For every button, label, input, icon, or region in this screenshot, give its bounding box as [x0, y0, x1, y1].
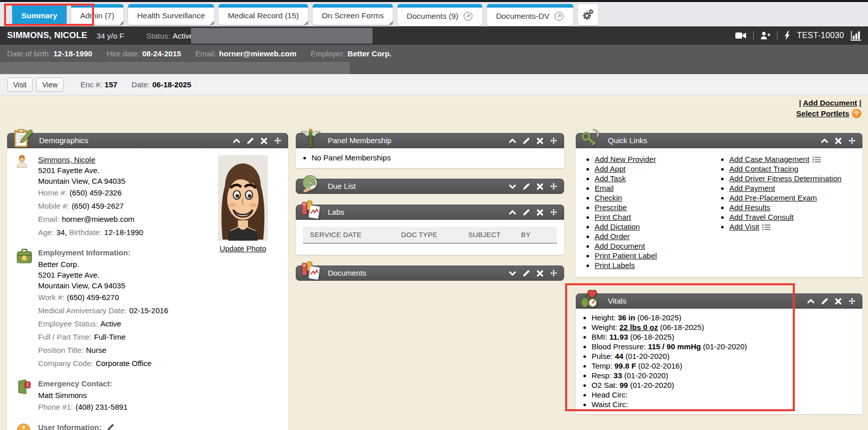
row-label: Home #: — [38, 188, 67, 197]
field-hire-date: Hire date:08-24-2015 — [107, 49, 181, 58]
quick-link-add-order[interactable]: Add Order — [595, 232, 630, 241]
quick-link-add-driver-fitness[interactable]: Add Driver Fitness Determination — [729, 174, 842, 183]
expand-chevron-down-icon[interactable] — [509, 270, 516, 277]
list-item: Add Payment — [729, 183, 859, 193]
portlet-title: Demographics — [39, 136, 88, 145]
video-camera-icon[interactable] — [735, 32, 747, 39]
tab-settings-button[interactable] — [578, 4, 598, 25]
visit-bar: Visit View Enc #:157 Date:06-18-2025 — [0, 74, 868, 95]
list-item: Add Results — [729, 203, 859, 212]
quick-link-add-task[interactable]: Add Task — [595, 174, 626, 183]
help-icon[interactable]: ? — [852, 109, 861, 118]
vital-value-link[interactable]: 22 lbs 0 oz — [619, 323, 658, 332]
collapse-chevron-up-icon[interactable] — [821, 137, 828, 145]
quick-link-print-patient-label[interactable]: Print Patient Label — [595, 251, 657, 260]
list-item: Prescribe — [595, 203, 714, 212]
list-icon[interactable] — [762, 224, 770, 230]
tab-on-screen-forms[interactable]: On Screen Forms — [313, 4, 393, 25]
quick-link-add-contact-tracing[interactable]: Add Contact Tracing — [729, 164, 798, 173]
open-in-new-window-icon[interactable] — [463, 11, 473, 21]
close-icon[interactable] — [536, 209, 544, 216]
tab-admin[interactable]: Admin (7) — [71, 4, 123, 25]
list-item: Add Order — [595, 231, 714, 241]
move-icon[interactable] — [848, 137, 856, 145]
quick-link-add-visit[interactable]: Add Visit — [729, 222, 759, 231]
quick-link-add-case-management[interactable]: Add Case Management — [729, 155, 810, 163]
quick-link-print-labels[interactable]: Print Labels — [595, 261, 635, 270]
emergency-contact-section: Emergency Contact: Matt Simmons Phone #1… — [7, 378, 288, 414]
quick-link-email[interactable]: Email — [595, 184, 614, 192]
documents-tubes-icon — [300, 260, 321, 281]
status-label: Status: — [146, 31, 170, 40]
close-icon[interactable] — [536, 270, 544, 277]
vital-label: Blood Pressure: — [592, 342, 646, 351]
quick-link-add-payment[interactable]: Add Payment — [729, 184, 775, 192]
quick-link-prescribe[interactable]: Prescribe — [595, 203, 627, 212]
age-birthdate-row: Age:34, Birthdate:12-18-1990 — [38, 226, 192, 239]
vital-resp: Resp: 33 (01-20-2020) — [592, 371, 862, 380]
move-icon[interactable] — [550, 137, 557, 145]
quick-link-checkin[interactable]: Checkin — [595, 193, 622, 202]
tab-medical-record[interactable]: Medical Record (15) — [219, 4, 308, 25]
quick-link-print-chart[interactable]: Print Chart — [595, 213, 631, 221]
collapse-chevron-up-icon[interactable] — [509, 209, 516, 216]
list-icon[interactable] — [813, 156, 821, 163]
view-button[interactable]: View — [36, 78, 64, 92]
close-icon[interactable] — [834, 137, 842, 145]
close-icon[interactable] — [536, 183, 544, 190]
lightning-icon[interactable] — [784, 31, 790, 40]
close-icon[interactable] — [834, 297, 842, 305]
select-portlets-link[interactable]: Select Portlets — [796, 109, 849, 118]
address-line1: 5201 Fayette Ave. — [38, 165, 192, 176]
collapse-chevron-up-icon[interactable] — [233, 137, 240, 145]
flowsheet-chart-icon[interactable] — [851, 31, 861, 41]
row-label: Position Title: — [38, 346, 83, 354]
edit-pencil-icon[interactable] — [522, 270, 530, 277]
emergency-phone-row: Phone #1:(408) 231-5891 — [38, 401, 192, 414]
quick-link-add-travel-consult[interactable]: Add Travel Consult — [729, 213, 794, 221]
row-value: Active — [101, 319, 121, 328]
patient-banner: SIMMONS, NICOLE 34 y/o F Status: Active … — [0, 26, 868, 74]
tab-health-surveillance[interactable]: Health Surveillance — [128, 4, 214, 25]
tab-documents-dv[interactable]: Documents-DV — [487, 4, 573, 26]
add-person-icon[interactable] — [760, 31, 770, 40]
move-icon[interactable] — [550, 183, 557, 190]
edit-pencil-icon[interactable] — [821, 297, 828, 305]
collapse-chevron-up-icon[interactable] — [509, 137, 516, 145]
edit-pencil-icon[interactable] — [522, 137, 530, 145]
panel-membership-body: No Panel Memberships — [296, 148, 564, 168]
clipboard-icon — [11, 127, 33, 149]
patient-name-link[interactable]: Simmons, Nicole — [38, 155, 96, 164]
tab-summary[interactable]: Summary — [12, 4, 67, 25]
portlet-demographics: Demographics Update Photo — [7, 133, 288, 430]
labs-col-doc-type: DOC TYPE — [401, 231, 468, 239]
row-value: 02-15-2016 — [129, 306, 168, 315]
quick-link-add-document[interactable]: Add Document — [595, 242, 645, 250]
edit-pencil-icon[interactable] — [522, 209, 530, 216]
content-corner-links: | Add Document | Select Portlets ? — [796, 98, 861, 118]
visit-button[interactable]: Visit — [7, 78, 33, 92]
edit-pencil-icon[interactable] — [522, 183, 530, 190]
move-icon[interactable] — [848, 297, 856, 305]
close-icon[interactable] — [260, 137, 268, 145]
quick-link-add-appt[interactable]: Add Appt — [595, 164, 626, 173]
expand-chevron-down-icon[interactable] — [509, 183, 516, 190]
edit-user-info-pencil-icon[interactable] — [107, 423, 114, 430]
move-icon[interactable] — [550, 270, 557, 277]
list-item: Add Document — [595, 241, 714, 251]
move-icon[interactable] — [550, 209, 557, 216]
close-icon[interactable] — [536, 137, 544, 145]
add-document-link[interactable]: Add Document — [803, 98, 857, 107]
open-in-new-window-icon[interactable] — [554, 11, 564, 21]
move-icon[interactable] — [274, 137, 282, 145]
quick-link-add-pre-placement-exam[interactable]: Add Pre-Placement Exam — [729, 193, 817, 202]
field-label: Date of birth: — [7, 49, 51, 58]
quick-link-add-results[interactable]: Add Results — [729, 203, 770, 212]
collapse-chevron-up-icon[interactable] — [807, 297, 815, 305]
portlet-documents: Documents — [296, 266, 564, 281]
quick-link-add-new-provider[interactable]: Add New Provider — [595, 155, 656, 163]
edit-pencil-icon[interactable] — [246, 137, 254, 145]
quick-link-add-dictation[interactable]: Add Dictation — [595, 222, 640, 231]
tab-documents[interactable]: Documents (9) — [397, 4, 482, 26]
labs-col-subject: SUBJECT — [469, 231, 521, 239]
